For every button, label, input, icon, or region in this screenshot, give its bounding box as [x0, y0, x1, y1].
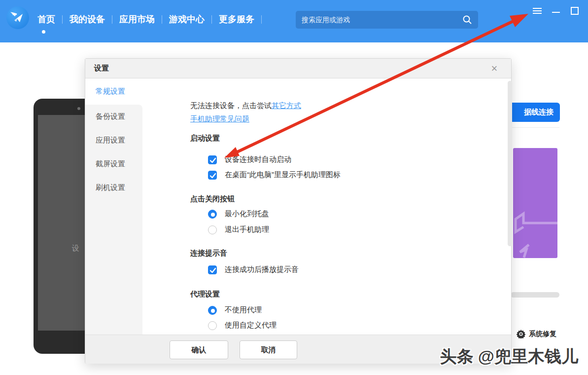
check-icon: [208, 266, 217, 275]
nav-separator: [261, 15, 262, 24]
checkbox-show-desktop-icon-label: 在桌面“此电脑”里显示手机助理图标: [225, 170, 341, 180]
checkbox-play-sound-label: 连接成功后播放提示音: [225, 265, 299, 274]
other-method-link[interactable]: 其它方式: [272, 101, 301, 111]
radio-custom-proxy[interactable]: [208, 321, 217, 330]
watermark-text: 头条 @兜里木钱儿: [440, 345, 578, 368]
active-nav-indicator-dot: [42, 30, 45, 34]
dialog-titlebar: 设置: [85, 59, 511, 78]
check-icon: [208, 156, 217, 165]
window-controls: [533, 6, 579, 15]
device-screen-partial-text: 设: [72, 244, 79, 253]
divider: [512, 127, 559, 128]
settings-dialog: 设置 × 常规设置 备份设置 应用设置 截屏设置 刷机设置 无法连接设备，点击尝…: [85, 58, 512, 364]
nav-item-game-center[interactable]: 游戏中心: [162, 13, 211, 25]
top-header-bar: 首页 我的设备 应用市场 游戏中心 更多服务: [0, 0, 588, 42]
progress-pill: [511, 292, 559, 298]
radio-minimize-to-tray[interactable]: [208, 210, 217, 219]
minimize-icon[interactable]: [552, 6, 560, 15]
help-text: 无法连接设备，点击尝试: [190, 101, 272, 111]
section-title-close-behavior: 点击关闭按钮: [190, 194, 235, 204]
nav-item-home[interactable]: 首页: [37, 13, 62, 25]
app-window: 首页 我的设备 应用市场 游戏中心 更多服务: [0, 0, 588, 375]
radio-minimize-to-tray-label: 最小化到托盘: [225, 209, 269, 219]
radio-exit-assistant-label: 退出手机助理: [225, 225, 269, 234]
gear-icon: [517, 330, 525, 338]
search-icon[interactable]: [462, 15, 472, 25]
nav-item-app-market[interactable]: 应用市场: [112, 13, 162, 25]
section-title-proxy: 代理设置: [190, 290, 220, 299]
promo-panel[interactable]: [513, 148, 557, 258]
radio-no-proxy[interactable]: [208, 306, 217, 315]
section-title-startup: 启动设置: [190, 134, 220, 143]
check-icon: [208, 171, 217, 180]
nav-item-my-devices[interactable]: 我的设备: [63, 13, 112, 25]
app-logo[interactable]: [6, 6, 29, 29]
system-repair-label: 系统修复: [529, 330, 556, 338]
dialog-close-icon[interactable]: ×: [488, 63, 500, 75]
main-nav: 首页 我的设备 应用市场 游戏中心 更多服务: [37, 13, 262, 25]
bolt-graphic: [513, 148, 557, 258]
dialog-content: 无法连接设备，点击尝试其它方式 手机助理常见问题 启动设置 设备连接时自动启动: [85, 78, 511, 335]
section-title-connect-sound: 连接提示音: [190, 249, 227, 258]
checkbox-auto-start-label: 设备连接时自动启动: [225, 155, 291, 164]
radio-no-proxy-label: 不使用代理: [225, 305, 262, 315]
nav-item-more-services[interactable]: 更多服务: [212, 13, 261, 25]
search-input[interactable]: [296, 16, 462, 24]
device-camera-dot: [77, 107, 80, 110]
checkbox-auto-start[interactable]: [208, 155, 217, 164]
cancel-button[interactable]: 取消: [240, 340, 297, 359]
paper-plane-icon: [10, 10, 25, 25]
radio-exit-assistant[interactable]: [208, 225, 217, 234]
dialog-scrollbar-thumb[interactable]: [508, 81, 512, 246]
faq-link[interactable]: 手机助理常见问题: [190, 114, 249, 124]
checkbox-play-sound[interactable]: [208, 265, 217, 274]
menu-icon[interactable]: [533, 6, 542, 15]
checkbox-show-desktop-icon[interactable]: [208, 171, 217, 180]
dialog-title: 设置: [94, 64, 109, 73]
search-box[interactable]: [296, 11, 478, 29]
system-repair-button[interactable]: 系统修复: [517, 330, 556, 338]
maximize-icon[interactable]: [570, 6, 579, 15]
confirm-button[interactable]: 确认: [170, 340, 228, 359]
radio-custom-proxy-label: 使用自定义代理: [225, 321, 277, 330]
